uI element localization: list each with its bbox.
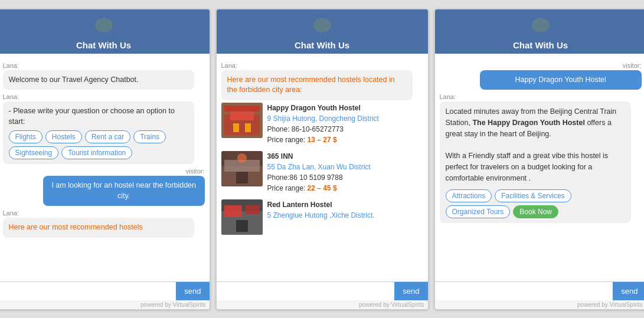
send-button-3[interactable]: send bbox=[613, 282, 644, 300]
hostel-price-1: Price range: 13 – 27 $ bbox=[267, 135, 379, 145]
svg-rect-8 bbox=[245, 123, 251, 132]
hostel-img-2 bbox=[221, 151, 263, 186]
powered-1: powered by VirtualSpirits bbox=[0, 300, 210, 309]
svg-rect-7 bbox=[233, 123, 239, 132]
option-buttons: Flights Hostels Rent a car Trains Sights… bbox=[9, 130, 189, 159]
chat-header-1: Chat With Us bbox=[0, 9, 210, 54]
chat-icon-1 bbox=[0, 15, 210, 38]
bold1: The Happy Dragon Youth Hostel bbox=[472, 119, 585, 127]
chat-body-2: Lana: Here are our most recommended host… bbox=[217, 54, 428, 281]
lana-desc-3: Located minutes away from the Beijing Ce… bbox=[440, 101, 632, 223]
lana-label-2a: Lana: bbox=[221, 62, 423, 69]
svg-rect-19 bbox=[236, 220, 248, 232]
lana-label-3: Lana: bbox=[440, 93, 642, 100]
hostel-price-2: Price range: 22 – 45 $ bbox=[267, 183, 371, 194]
visitor-msg-1: I am looking for an hostel near the forb… bbox=[43, 176, 205, 206]
chat-panel-2: Chat With Us Lana: Here are our most rec… bbox=[216, 9, 429, 310]
lana-reply-1: Here are our most recommended hostels bbox=[3, 218, 195, 238]
svg-rect-9 bbox=[224, 106, 260, 112]
send-button-1[interactable]: send bbox=[176, 282, 209, 300]
header-title-1: Chat With Us bbox=[76, 40, 131, 50]
btn-attractions[interactable]: Attractions bbox=[446, 189, 492, 202]
chat-panel-3: Chat With Us visitor: Happy Dragon Youth… bbox=[434, 9, 645, 310]
chat-body-3: visitor: Happy Dragon Youth Hostel Lana:… bbox=[435, 54, 645, 281]
options-msg: - Please write your question or choose a… bbox=[3, 101, 195, 164]
chat-body-1: Lana: Welcome to our Travel Agency Chatb… bbox=[0, 54, 210, 281]
btn-flights[interactable]: Flights bbox=[9, 130, 43, 143]
chat-footer-3: send bbox=[435, 281, 645, 300]
lana-label-1b: Lana: bbox=[3, 93, 205, 100]
svg-point-14 bbox=[237, 153, 247, 163]
hostel-name-2: 365 INN bbox=[267, 151, 371, 162]
lana-label-1c: Lana: bbox=[3, 209, 205, 217]
visitor-label-1: visitor: bbox=[3, 168, 205, 175]
btn-hostels[interactable]: Hostels bbox=[45, 130, 82, 143]
chat-footer-1: send bbox=[0, 281, 210, 300]
hostel-phone-1: Phone: 86-10-65272773 bbox=[267, 124, 379, 135]
btn-organized-tours[interactable]: Organized Tours bbox=[446, 205, 511, 218]
chat-icon-3 bbox=[435, 15, 645, 38]
powered-3: powered by VirtualSpirits bbox=[435, 300, 645, 309]
chat-input-2[interactable] bbox=[217, 282, 395, 300]
btn-tourist-info[interactable]: Tourist information bbox=[61, 146, 132, 159]
svg-point-0 bbox=[94, 18, 112, 32]
svg-point-2 bbox=[313, 18, 331, 32]
hostel-name-3: Red Lantern Hostel bbox=[267, 199, 375, 210]
chat-panel-1: Chat With Us Lana: Welcome to our Travel… bbox=[0, 9, 210, 310]
chat-input-1[interactable] bbox=[0, 282, 176, 300]
send-button-2[interactable]: send bbox=[394, 282, 427, 300]
intro-msg: Here are our most recommended hostels lo… bbox=[221, 70, 413, 100]
btn-sightseeing[interactable]: Sightseeing bbox=[9, 146, 59, 159]
powered-2: powered by VirtualSpirits bbox=[217, 300, 428, 309]
svg-rect-13 bbox=[236, 172, 248, 183]
svg-point-20 bbox=[531, 18, 549, 32]
chat-header-2: Chat With Us bbox=[217, 9, 428, 54]
chat-icon-2 bbox=[217, 15, 428, 38]
btn-book-now[interactable]: Book Now bbox=[513, 205, 558, 218]
hostel-addr-3: 5 Zhengiue Hutong ,Xiche District. bbox=[267, 210, 375, 221]
hostel-info-2: 365 INN 55 Da Zha Lan, Xuan Wu District … bbox=[267, 151, 371, 194]
svg-rect-17 bbox=[224, 205, 242, 217]
hostel-addr-2: 55 Da Zha Lan, Xuan Wu District bbox=[267, 162, 371, 172]
hostel-card-1: Happy Dragon Youth Hostel 9 Shijia Huton… bbox=[221, 103, 423, 145]
btn-facilities[interactable]: Facilities & Services bbox=[495, 189, 571, 202]
hostel-info-1: Happy Dragon Youth Hostel 9 Shijia Huton… bbox=[267, 103, 379, 145]
hostel-info-3: Red Lantern Hostel 5 Zhengiue Hutong ,Xi… bbox=[267, 199, 375, 221]
svg-rect-18 bbox=[245, 205, 260, 214]
header-title-2: Chat With Us bbox=[295, 40, 349, 50]
desc3: With a Friendly staff and a great vibe t… bbox=[446, 150, 626, 183]
chat-header-3: Chat With Us bbox=[435, 9, 645, 54]
hostel-img-3 bbox=[221, 199, 263, 235]
welcome-msg: Welcome to our Travel Agency Chatbot. bbox=[3, 70, 195, 90]
action-buttons: Attractions Facilities & Services Organi… bbox=[446, 189, 626, 218]
hostel-phone-2: Phone:86 10 5109 9788 bbox=[267, 172, 371, 183]
visitor-msg-3: Happy Dragon Youth Hostel bbox=[480, 70, 642, 90]
btn-rent-car[interactable]: Rent a car bbox=[85, 130, 130, 143]
hostel-img-1 bbox=[221, 103, 263, 138]
header-title-3: Chat With Us bbox=[513, 40, 568, 50]
hostel-card-3: Red Lantern Hostel 5 Zhengiue Hutong ,Xi… bbox=[221, 199, 423, 235]
visitor-label-3: visitor: bbox=[440, 62, 642, 69]
hostel-card-2: 365 INN 55 Da Zha Lan, Xuan Wu District … bbox=[221, 151, 423, 194]
chat-input-3[interactable] bbox=[435, 282, 613, 300]
chat-footer-2: send bbox=[217, 281, 428, 300]
hostel-addr-1: 9 Shijia Hutong, Dongcheng District bbox=[267, 113, 379, 124]
hostel-name-1: Happy Dragon Youth Hostel bbox=[267, 103, 379, 113]
lana-label-1a: Lana: bbox=[3, 62, 205, 69]
btn-trains[interactable]: Trains bbox=[133, 130, 166, 143]
